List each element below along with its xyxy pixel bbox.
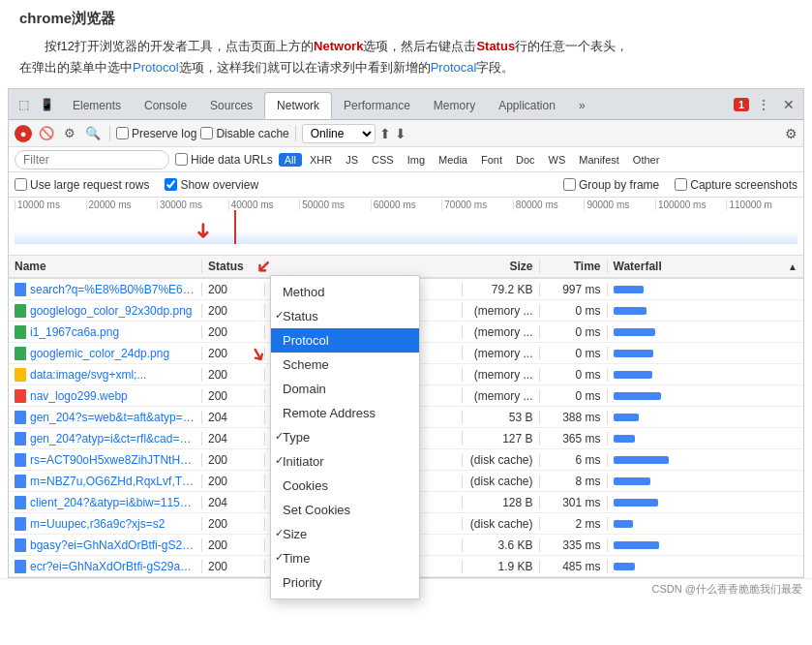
throttle-select[interactable]: Online Slow 3G Fast 3G — [302, 124, 376, 143]
show-overview-checkbox[interactable] — [165, 178, 177, 191]
file-type-icon — [15, 560, 26, 573]
filter-font[interactable]: Font — [475, 153, 508, 167]
filter-input[interactable] — [15, 150, 169, 169]
menu-item-domain[interactable]: Domain — [271, 377, 419, 401]
cell-name: nav_logo299.webp — [9, 389, 202, 403]
filter-js[interactable]: JS — [340, 153, 364, 167]
cell-status: 204 — [202, 432, 265, 445]
large-rows-label[interactable]: Use large request rows — [15, 178, 149, 192]
cell-name: data:image/svg+xml;... — [9, 368, 202, 382]
cell-time: 0 ms — [540, 304, 608, 318]
tick-11: 110000 m — [726, 200, 797, 210]
tab-more[interactable]: » — [567, 92, 597, 119]
clear-icon[interactable]: 🚫 — [36, 124, 57, 142]
filter-doc[interactable]: Doc — [510, 153, 541, 167]
options-bar: Use large request rows Show overview Gro… — [9, 172, 803, 198]
cell-name: googlemic_color_24dp.png — [9, 347, 202, 360]
tab-application[interactable]: Application — [487, 92, 567, 119]
filter-icon[interactable]: ⚙ — [61, 124, 78, 142]
timeline-ruler: 10000 ms 20000 ms 30000 ms 40000 ms 5000… — [15, 198, 797, 210]
preserve-log-label[interactable]: Preserve log — [116, 127, 196, 140]
tabs-right: 1 ⋮ ✕ — [734, 94, 799, 115]
waterfall-bar — [614, 541, 659, 549]
gear-icon[interactable]: ⚙ — [785, 126, 797, 141]
file-name: gen_204?atyp=i&ct=rfl&cad=&ei=GhN... — [30, 432, 195, 445]
menu-item-time[interactable]: ✓Time — [271, 546, 419, 570]
menu-item-protocol[interactable]: Protocol — [271, 328, 419, 353]
cell-time: 485 ms — [540, 560, 608, 573]
tab-elements[interactable]: Elements — [61, 92, 133, 119]
tab-sources[interactable]: Sources — [198, 92, 264, 119]
separator1 — [109, 126, 110, 141]
device-icon[interactable]: 📱 — [36, 94, 57, 115]
menu-item-set-cookies[interactable]: Set Cookies — [271, 498, 419, 522]
show-overview-label[interactable]: Show overview — [165, 178, 258, 192]
menu-item-priority[interactable]: Priority — [271, 570, 419, 595]
tab-network[interactable]: Network — [264, 92, 332, 119]
waterfall-bar — [614, 499, 659, 507]
menu-item-method[interactable]: Method — [271, 280, 419, 304]
options-left: Use large request rows Show overview — [15, 178, 258, 192]
cell-size: (disk cache) — [463, 475, 540, 488]
filter-xhr[interactable]: XHR — [304, 153, 338, 167]
tab-console[interactable]: Console — [133, 92, 198, 119]
cell-status: 200 — [202, 517, 265, 531]
settings-icon[interactable]: ⋮ — [753, 94, 774, 115]
export-icon[interactable]: ⬇ — [395, 126, 406, 141]
tabs-bar: ⬚ 📱 Elements Console Sources Network Per… — [9, 89, 803, 120]
menu-item-initiator[interactable]: ✓Initiator — [271, 449, 419, 474]
large-rows-checkbox[interactable] — [15, 178, 27, 191]
waterfall-bar — [614, 371, 652, 379]
disable-cache-label[interactable]: Disable cache — [200, 127, 288, 140]
capture-screenshots-checkbox[interactable] — [675, 178, 687, 191]
filter-manifest[interactable]: Manifest — [573, 153, 625, 167]
preserve-log-checkbox[interactable] — [116, 127, 129, 139]
file-name: ecr?ei=GhNaXdOrBtfi-gS29a2YAg&lei=... — [30, 560, 195, 573]
tab-performance[interactable]: Performance — [332, 92, 422, 119]
tab-memory[interactable]: Memory — [422, 92, 487, 119]
search-icon[interactable]: 🔍 — [82, 124, 104, 142]
filter-other[interactable]: Other — [627, 153, 666, 167]
menu-item-size[interactable]: ✓Size — [271, 522, 419, 546]
cell-size: (disk cache) — [463, 517, 540, 531]
menu-item-type[interactable]: ✓Type — [271, 425, 419, 449]
tabs-right-icons: ⋮ ✕ — [753, 94, 799, 115]
import-icon[interactable]: ⬆ — [379, 126, 391, 141]
hide-data-urls-label[interactable]: Hide data URLs — [175, 153, 273, 167]
menu-item-scheme[interactable]: Scheme — [271, 353, 419, 377]
cell-size: (memory ... — [463, 325, 540, 339]
menu-item-cookies[interactable]: Cookies — [271, 474, 419, 498]
group-frame-label[interactable]: Group by frame — [563, 178, 659, 192]
hide-data-urls-checkbox[interactable] — [175, 153, 188, 166]
cell-status: 204 — [202, 496, 265, 509]
cell-waterfall — [608, 392, 804, 400]
file-name: nav_logo299.webp — [30, 389, 128, 403]
cell-time: 6 ms — [540, 453, 608, 467]
cell-name: gen_204?atyp=i&ct=rfl&cad=&ei=GhN... — [9, 432, 202, 445]
tick-9: 90000 ms — [584, 200, 655, 210]
waterfall-bar — [614, 328, 656, 336]
cell-size: 79.2 KB — [463, 283, 540, 296]
separator2 — [295, 126, 296, 141]
filter-ws[interactable]: WS — [543, 153, 572, 167]
menu-item-status[interactable]: ✓Status — [271, 304, 419, 328]
filter-css[interactable]: CSS — [366, 153, 400, 167]
cell-time: 2 ms — [540, 517, 608, 531]
cell-size: (memory ... — [463, 347, 540, 360]
cell-time: 8 ms — [540, 475, 608, 488]
file-type-icon — [15, 496, 26, 509]
filter-img[interactable]: Img — [402, 153, 431, 167]
cell-name: m=NBZ7u,OG6ZHd,RqxLvf,T7XTS,TxZW... — [9, 475, 202, 488]
filter-media[interactable]: Media — [433, 153, 473, 167]
record-button[interactable]: ● — [15, 125, 32, 142]
menu-item-remote-address[interactable]: Remote Address — [271, 401, 419, 425]
filter-all[interactable]: All — [279, 153, 302, 167]
close-icon[interactable]: ✕ — [778, 94, 799, 115]
inspect-icon[interactable]: ⬚ — [13, 94, 34, 115]
waterfall-bar — [614, 286, 645, 293]
capture-screenshots-label[interactable]: Capture screenshots — [675, 178, 797, 192]
group-frame-checkbox[interactable] — [563, 178, 576, 191]
cell-time: 388 ms — [540, 411, 608, 424]
timeline-cursor — [234, 210, 236, 244]
disable-cache-checkbox[interactable] — [200, 127, 213, 139]
